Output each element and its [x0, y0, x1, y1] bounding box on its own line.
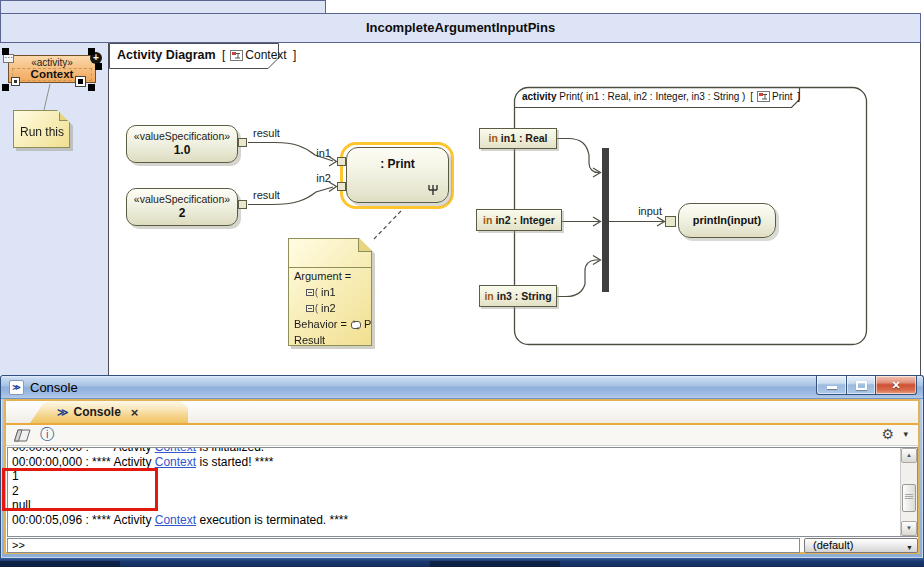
param-label: in2 : Integer — [495, 214, 555, 226]
activity-context-element[interactable]: «activity» Context ⋯ + — [8, 55, 96, 83]
context-stereotype: «activity» — [9, 57, 95, 68]
command-input[interactable]: >> — [7, 538, 800, 553]
run-note-text: Run this — [20, 125, 64, 139]
argument-note[interactable]: Argument = in1 in2 Behavior = Print Resu… — [288, 238, 372, 346]
activity-keyword: activity — [522, 91, 556, 102]
console-line: 00:00:05,096 : **** Activity Context exe… — [12, 513, 899, 528]
println-input-pin[interactable] — [665, 216, 676, 227]
tab-label: Console — [74, 405, 121, 419]
diagram-type-label: Activity Diagram — [117, 48, 216, 62]
in1-input-pin[interactable] — [337, 157, 346, 166]
console-toolbar: ⓘ ⚙ ▾ — [6, 425, 918, 446]
console-prompt-icon: ≫ — [57, 406, 69, 419]
behavior-icon — [350, 320, 362, 330]
activity-diagram-panel: Activity Diagram [Context ] «valueSpecif… — [108, 43, 921, 375]
stereotype-label: «valueSpecification» — [127, 193, 237, 205]
selection-handle[interactable] — [88, 48, 95, 55]
stereotype-label: «valueSpecification» — [127, 130, 237, 142]
minimize-button[interactable] — [816, 376, 847, 395]
filled-square-handle-icon[interactable] — [75, 76, 86, 87]
pin-label: result — [253, 189, 280, 201]
rake-icon — [427, 185, 439, 196]
console-window-icon: ≫ — [9, 380, 24, 395]
note-argument-line: Argument = — [294, 270, 351, 282]
context-link[interactable]: Context — [155, 455, 196, 469]
minimize-icon — [827, 386, 837, 389]
dropdown-arrow-icon: ▼ — [906, 541, 913, 554]
vertical-scrollbar[interactable]: ▲ ▼ — [900, 448, 917, 536]
param-node-in1[interactable]: inin1 : Real — [479, 128, 557, 149]
dropdown-value: (default) — [813, 539, 853, 551]
node-name: 2 — [127, 206, 237, 220]
in-keyword: in — [484, 290, 493, 302]
activity-frame-header[interactable]: activity Print( in1 : Real, in2 : Intege… — [522, 91, 802, 102]
info-icon[interactable]: ⓘ — [40, 426, 54, 444]
param-node-in3[interactable]: inin3 : String — [479, 285, 557, 307]
language-dropdown[interactable]: (default) ▼ — [804, 538, 918, 553]
note-divider — [289, 267, 371, 268]
scroll-up-icon: ▲ — [906, 452, 912, 458]
in2-input-pin[interactable] — [337, 182, 346, 191]
screenshot-root: IncompleteArgumentInputPins «activity» C… — [0, 0, 924, 567]
edge-label-in2: in2 — [305, 172, 331, 184]
context-link[interactable]: Context — [155, 513, 196, 527]
close-icon: ✕ — [876, 376, 916, 394]
scroll-down-button[interactable]: ▼ — [901, 521, 917, 536]
pin-icon — [306, 304, 319, 314]
note-in1-line: in1 — [306, 286, 336, 298]
diagram-context-ref[interactable]: Context — [245, 48, 286, 62]
in-keyword: in — [483, 214, 492, 226]
print-action-node[interactable]: : Print — [346, 147, 449, 203]
console-title-bar[interactable]: ≫ Console ✕ — [1, 376, 923, 399]
bracket-open: [ — [222, 48, 225, 62]
restore-button[interactable] — [846, 376, 876, 395]
print-diagram-icon — [757, 91, 770, 102]
prompt-text: >> — [12, 539, 25, 551]
selection-handle[interactable] — [95, 63, 102, 70]
selection-handle[interactable] — [88, 84, 95, 91]
context-diagram-icon — [230, 50, 243, 61]
action-name: : Print — [347, 157, 448, 171]
value-spec-1-node[interactable]: «valueSpecification» 1.0 — [126, 125, 238, 163]
gear-icon[interactable]: ⚙ — [881, 426, 894, 442]
taskbar-edge — [0, 558, 924, 567]
edge-label-input: input — [612, 205, 662, 217]
scroll-down-icon: ▼ — [906, 525, 912, 531]
diagram-canvas-background — [0, 43, 108, 375]
pin-icon — [306, 288, 319, 298]
console-tab-strip: ≫ Console × — [6, 401, 918, 423]
taskbar-shadow-patch — [430, 561, 560, 567]
activity-signature: Print( in1 : Real, in2 : Integer, in3 : … — [559, 91, 745, 102]
param-label: in3 : String — [497, 290, 552, 302]
result-output-pin[interactable] — [238, 200, 247, 209]
diagram-frame-header[interactable]: Activity Diagram [Context ] — [117, 48, 299, 62]
value-spec-2-node[interactable]: «valueSpecification» 2 — [126, 188, 238, 226]
gear-dropdown-icon[interactable]: ▾ — [903, 429, 908, 439]
run-this-note[interactable]: Run this — [13, 110, 70, 148]
pin-label: result — [253, 127, 280, 139]
selection-handle[interactable] — [2, 48, 9, 55]
note-result-line: Result — [294, 334, 325, 346]
smart-manipulator-icon[interactable] — [11, 77, 20, 86]
in-keyword: in — [488, 132, 497, 144]
action-name: println(input) — [679, 204, 775, 237]
scroll-up-button[interactable]: ▲ — [901, 448, 917, 463]
bracket-open: [ — [750, 91, 753, 102]
selection-handle[interactable] — [2, 84, 9, 91]
context-link[interactable]: Context — [155, 447, 196, 454]
tab-console[interactable]: ≫ Console × — [30, 401, 188, 423]
param-node-in2[interactable]: inin2 : Integer — [476, 209, 562, 231]
thumb-grip-icon — [905, 494, 913, 499]
close-button[interactable]: ✕ — [875, 376, 917, 395]
scrollbar-thumb[interactable] — [902, 484, 916, 512]
window-title: Console — [30, 376, 78, 399]
tab-close-icon[interactable]: × — [131, 405, 139, 420]
restore-icon — [856, 381, 867, 390]
console-line: 00:00:00,000 : **** Activity Context is … — [12, 447, 899, 455]
clear-console-icon[interactable] — [14, 429, 31, 442]
more-handle-icon[interactable]: ⋯ — [3, 54, 14, 63]
result-output-pin[interactable] — [238, 138, 247, 147]
println-action-node[interactable]: println(input) — [678, 203, 776, 238]
diagram-print-ref[interactable]: Print — [772, 91, 793, 102]
bracket-close: ] — [293, 48, 296, 62]
